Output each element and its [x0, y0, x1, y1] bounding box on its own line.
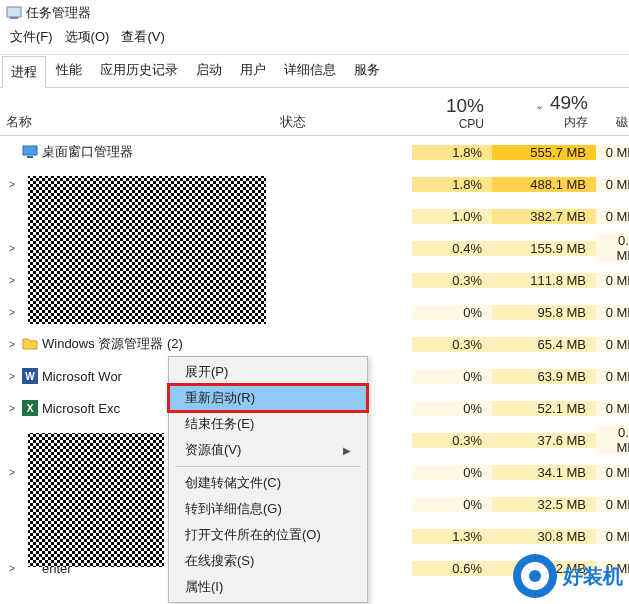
svg-text:X: X	[27, 403, 34, 414]
tab-performance[interactable]: 性能	[48, 55, 90, 87]
mem-cell: 30.8 MB	[492, 529, 596, 544]
cpu-cell: 0.3%	[412, 337, 492, 352]
expand-icon[interactable]: >	[6, 370, 18, 382]
cpu-pct: 10%	[420, 95, 484, 117]
expand-icon[interactable]: >	[6, 306, 18, 318]
menu-file[interactable]: 文件(F)	[6, 26, 57, 48]
menu-item-label: 创建转储文件(C)	[185, 474, 281, 492]
cpu-cell: 1.8%	[412, 177, 492, 192]
menu-item[interactable]: 转到详细信息(G)	[169, 496, 367, 522]
expand-icon[interactable]: >	[6, 338, 18, 350]
disk-cell: 0 MB	[596, 401, 629, 416]
disk-cell: 0 MB	[596, 273, 629, 288]
mem-cell: 37.6 MB	[492, 433, 596, 448]
menu-item-label: 在线搜索(S)	[185, 552, 254, 570]
watermark-text: 好装机	[563, 563, 623, 590]
disk-cell: 0.1 MB	[596, 233, 629, 263]
disk-cell: 0.3 MB	[596, 425, 629, 455]
mem-cell: 95.8 MB	[492, 305, 596, 320]
redacted-area	[28, 176, 266, 324]
svg-rect-2	[23, 146, 37, 155]
mem-cell: 34.1 MB	[492, 465, 596, 480]
menu-item[interactable]: 结束任务(E)	[169, 411, 367, 437]
mem-cell: 65.4 MB	[492, 337, 596, 352]
menu-item[interactable]: 在线搜索(S)	[169, 548, 367, 574]
table-row[interactable]: 桌面窗口管理器1.8%555.7 MB0 MB	[0, 136, 629, 168]
chevron-down-icon: ⌄	[535, 99, 544, 111]
tab-processes[interactable]: 进程	[2, 56, 46, 88]
tab-startup[interactable]: 启动	[188, 55, 230, 87]
menu-item[interactable]: 创建转储文件(C)	[169, 470, 367, 496]
cpu-lbl: CPU	[420, 117, 484, 131]
menu-item[interactable]: 重新启动(R)	[169, 385, 367, 411]
cpu-cell: 1.0%	[412, 209, 492, 224]
cpu-cell: 1.8%	[412, 145, 492, 160]
expand-icon[interactable]: >	[6, 274, 18, 286]
disk-cell: 0 MB	[596, 305, 629, 320]
svg-rect-1	[10, 17, 18, 19]
watermark-icon	[513, 554, 557, 598]
process-name: Microsoft Wor	[42, 369, 122, 384]
expand-icon[interactable]: >	[6, 562, 18, 574]
mem-cell: 32.5 MB	[492, 497, 596, 512]
mem-cell: 488.1 MB	[492, 177, 596, 192]
cpu-cell: 0%	[412, 497, 492, 512]
menu-item[interactable]: 资源值(V)▶	[169, 437, 367, 463]
svg-text:W: W	[25, 371, 35, 382]
col-cpu[interactable]: 10% CPU	[412, 91, 492, 135]
process-name: Microsoft Exc	[42, 401, 120, 416]
menu-item-label: 结束任务(E)	[185, 415, 254, 433]
menu-item-label: 资源值(V)	[185, 441, 241, 459]
expand-icon[interactable]: >	[6, 466, 18, 478]
tab-details[interactable]: 详细信息	[276, 55, 344, 87]
menu-item[interactable]: 打开文件所在的位置(O)	[169, 522, 367, 548]
cpu-cell: 0.6%	[412, 561, 492, 576]
tab-services[interactable]: 服务	[346, 55, 388, 87]
disk-lbl: 磁	[604, 114, 628, 131]
disk-cell: 0 MB	[596, 497, 629, 512]
app-icon	[6, 5, 22, 21]
col-status[interactable]: 状态	[272, 109, 412, 135]
menu-item-label: 转到详细信息(G)	[185, 500, 282, 518]
mem-cell: 63.9 MB	[492, 369, 596, 384]
disk-cell: 0 MB	[596, 145, 629, 160]
expand-icon[interactable]: >	[6, 402, 18, 414]
menu-item-label: 打开文件所在的位置(O)	[185, 526, 321, 544]
menubar: 文件(F) 选项(O) 查看(V)	[0, 24, 629, 55]
disk-cell: 0 MB	[596, 337, 629, 352]
window-title: 任务管理器	[26, 4, 91, 22]
col-disk[interactable]: 磁	[596, 88, 629, 135]
menu-item-label: 重新启动(R)	[185, 389, 255, 407]
monitor-icon	[22, 144, 38, 160]
disk-cell: 0 MB	[596, 529, 629, 544]
menu-item-label: 展开(P)	[185, 363, 228, 381]
col-name[interactable]: 名称	[0, 109, 272, 135]
disk-cell: 0 MB	[596, 177, 629, 192]
excel-icon: X	[22, 400, 38, 416]
menu-view[interactable]: 查看(V)	[117, 26, 168, 48]
menu-options[interactable]: 选项(O)	[61, 26, 114, 48]
menu-item[interactable]: 属性(I)	[169, 574, 367, 600]
expand-icon[interactable]: >	[6, 178, 18, 190]
expand-icon[interactable]: >	[6, 242, 18, 254]
watermark: 好装机	[513, 554, 623, 598]
mem-cell: 382.7 MB	[492, 209, 596, 224]
tab-users[interactable]: 用户	[232, 55, 274, 87]
cpu-cell: 0%	[412, 305, 492, 320]
mem-lbl: 内存	[500, 114, 588, 131]
tab-app-history[interactable]: 应用历史记录	[92, 55, 186, 87]
redacted-area	[28, 433, 164, 567]
mem-cell: 155.9 MB	[492, 241, 596, 256]
menu-item-label: 属性(I)	[185, 578, 223, 596]
mem-pct: ⌄49%	[500, 92, 588, 114]
process-name-cell: 桌面窗口管理器	[0, 143, 272, 161]
submenu-arrow-icon: ▶	[343, 445, 351, 456]
col-mem[interactable]: ⌄49% 内存	[492, 88, 596, 135]
context-menu[interactable]: 展开(P)重新启动(R)结束任务(E)资源值(V)▶创建转储文件(C)转到详细信…	[168, 356, 368, 603]
cpu-cell: 0.3%	[412, 433, 492, 448]
process-name: Windows 资源管理器 (2)	[42, 335, 183, 353]
cpu-cell: 0%	[412, 401, 492, 416]
disk-cell: 0 MB	[596, 465, 629, 480]
menu-item[interactable]: 展开(P)	[169, 359, 367, 385]
disk-cell: 0 MB	[596, 369, 629, 384]
